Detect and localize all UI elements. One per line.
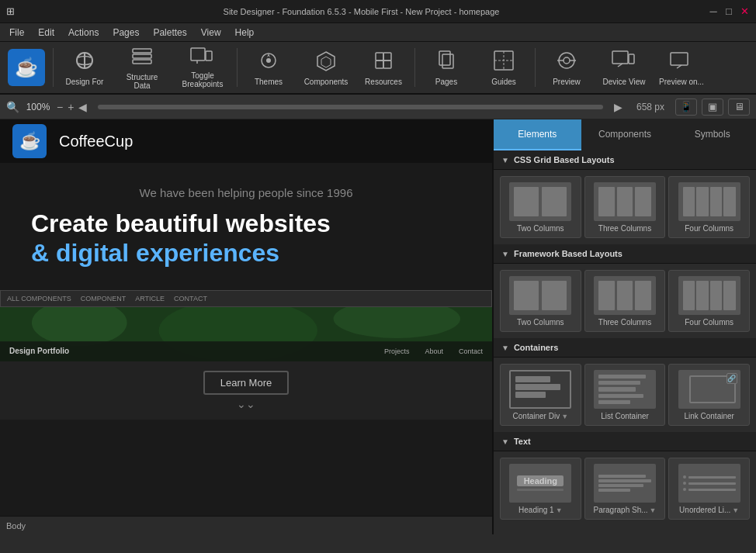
css-four-col-card[interactable]: Four Columns bbox=[668, 176, 750, 238]
components-icon bbox=[315, 50, 337, 74]
menu-pages[interactable]: Pages bbox=[106, 26, 145, 40]
heading-label: Heading 1 ▼ bbox=[518, 506, 563, 514]
panel-content[interactable]: ▼ CSS Grid Based Layouts Two Columns bbox=[494, 150, 756, 534]
css-two-col-card[interactable]: Two Columns bbox=[500, 176, 581, 238]
breakpoint-tablet[interactable]: ▣ bbox=[702, 99, 723, 116]
tab-elements-label: Elements bbox=[518, 129, 557, 140]
zoom-value: 100% bbox=[24, 102, 52, 112]
paragraph-card[interactable]: Paragraph Sh... ▼ bbox=[584, 458, 666, 520]
fw-two-col-card[interactable]: Two Columns bbox=[500, 270, 581, 332]
portfolio-link-3: ARTICLE bbox=[135, 295, 165, 302]
toggle-breakpoints-button[interactable]: Toggle Breakpoints bbox=[172, 44, 234, 91]
link-container-card[interactable]: 🔗 Link Container bbox=[668, 364, 750, 426]
themes-icon bbox=[258, 50, 279, 74]
col-2 bbox=[696, 187, 709, 216]
learn-more-button[interactable]: Learn More bbox=[203, 371, 289, 395]
pages-button[interactable]: Pages bbox=[418, 44, 474, 91]
portfolio-image: Design Portfolio Projects About Contact bbox=[0, 307, 492, 361]
preview-on-button[interactable]: Preview on... bbox=[654, 44, 709, 91]
section-css-grid[interactable]: ▼ CSS Grid Based Layouts bbox=[494, 150, 756, 170]
portfolio-link-2: COMPONENT bbox=[81, 295, 127, 302]
timeline-forward[interactable]: ▶ bbox=[614, 101, 622, 113]
minimize-button[interactable]: ─ bbox=[708, 6, 719, 17]
menu-actions[interactable]: Actions bbox=[62, 26, 105, 40]
list-row-1 bbox=[598, 375, 646, 378]
design-for-icon bbox=[74, 50, 95, 74]
list-row-2 bbox=[598, 381, 640, 385]
close-button[interactable]: ✕ bbox=[739, 6, 750, 17]
heading-card[interactable]: Heading Heading 1 ▼ bbox=[500, 458, 581, 520]
site-logo-box: ☕ bbox=[12, 124, 47, 158]
list-container-preview bbox=[594, 370, 656, 409]
breakpoint-phone[interactable]: 📱 bbox=[675, 99, 697, 116]
fw-four-col-label: Four Columns bbox=[685, 318, 733, 327]
menu-edit[interactable]: Edit bbox=[32, 26, 61, 40]
timeline-back[interactable]: ◀ bbox=[78, 101, 87, 113]
guides-button[interactable]: Guides bbox=[476, 44, 532, 91]
fw-four-col-card[interactable]: Four Columns bbox=[668, 270, 750, 332]
site-logo-text: CoffeeCup bbox=[59, 133, 133, 150]
app-logo[interactable]: ☕ bbox=[8, 49, 45, 86]
ul-arrow: ▼ bbox=[732, 506, 739, 514]
resources-button[interactable]: Resources bbox=[355, 44, 411, 91]
section-containers[interactable]: ▼ Containers bbox=[494, 338, 756, 358]
menu-palettes[interactable]: Palettes bbox=[147, 26, 192, 40]
col-1 bbox=[598, 187, 615, 216]
css-four-col-preview bbox=[678, 182, 740, 221]
app-icon: ⊞ bbox=[6, 5, 15, 17]
toolbar-sep-2 bbox=[237, 48, 238, 87]
zoom-search-button[interactable]: 🔍 bbox=[6, 101, 19, 113]
toggle-breakpoints-icon bbox=[190, 47, 215, 68]
timeline-bar[interactable] bbox=[98, 105, 603, 109]
portfolio-nav-links: Projects About Contact bbox=[384, 347, 483, 355]
components-label: Components bbox=[304, 78, 349, 86]
menu-help[interactable]: Help bbox=[229, 26, 261, 40]
themes-button[interactable]: Themes bbox=[241, 44, 297, 91]
guides-label: Guides bbox=[491, 78, 516, 86]
design-for-label: Design For bbox=[66, 78, 104, 86]
breakpoint-desktop[interactable]: 🖥 bbox=[728, 99, 750, 116]
portfolio-bar: ALL COMPONENTS COMPONENT ARTICLE CONTACT bbox=[0, 290, 492, 307]
tab-symbols[interactable]: Symbols bbox=[668, 119, 756, 150]
heading-underline bbox=[517, 489, 564, 491]
col-1 bbox=[683, 281, 695, 310]
maximize-button[interactable]: □ bbox=[723, 6, 734, 17]
preview-icon bbox=[556, 50, 577, 74]
preview-button[interactable]: Preview bbox=[539, 44, 595, 91]
unordered-list-card[interactable]: Unordered Li... ▼ bbox=[668, 458, 750, 520]
preview-on-icon bbox=[669, 50, 694, 74]
section-framework[interactable]: ▼ Framework Based Layouts bbox=[494, 244, 756, 264]
list-container-card[interactable]: List Container bbox=[584, 364, 666, 426]
col-4 bbox=[723, 187, 736, 216]
structure-data-button[interactable]: Structure Data bbox=[114, 44, 170, 91]
zoom-in-button[interactable]: + bbox=[68, 101, 74, 113]
panel-tabs: Elements Components Symbols bbox=[494, 119, 756, 150]
canvas-area: ☕ CoffeeCup We have been helping people … bbox=[0, 119, 492, 534]
col-2 bbox=[617, 281, 633, 310]
portfolio-link-1: ALL COMPONENTS bbox=[7, 295, 71, 302]
tab-elements[interactable]: Elements bbox=[494, 119, 581, 150]
svg-rect-13 bbox=[383, 53, 391, 60]
section-text[interactable]: ▼ Text bbox=[494, 432, 756, 451]
guides-icon bbox=[493, 50, 515, 74]
site-nav: ☕ CoffeeCup bbox=[0, 119, 492, 163]
zoom-out-button[interactable]: − bbox=[57, 101, 63, 113]
tab-components-label: Components bbox=[598, 129, 651, 140]
svg-rect-28 bbox=[671, 53, 688, 65]
design-for-button[interactable]: Design For bbox=[57, 44, 113, 91]
svg-rect-3 bbox=[133, 54, 151, 58]
col-2 bbox=[542, 281, 567, 310]
menu-file[interactable]: File bbox=[3, 26, 30, 40]
tab-components[interactable]: Components bbox=[581, 119, 669, 150]
heading-demo: Heading bbox=[517, 475, 564, 486]
container-div-card[interactable]: Container Div ▼ bbox=[500, 364, 581, 426]
title-text: Site Designer - Foundation 6.5.3 - Mobil… bbox=[21, 7, 702, 16]
menu-view[interactable]: View bbox=[195, 26, 227, 40]
css-three-col-card[interactable]: Three Columns bbox=[584, 176, 666, 238]
fw-three-col-card[interactable]: Three Columns bbox=[584, 270, 666, 332]
components-button[interactable]: Components bbox=[298, 44, 354, 91]
site-tagline: We have been helping people since 1996 bbox=[31, 186, 461, 199]
website-canvas[interactable]: ☕ CoffeeCup We have been helping people … bbox=[0, 119, 492, 534]
resources-label: Resources bbox=[365, 78, 402, 86]
device-view-button[interactable]: Device View bbox=[596, 44, 652, 91]
